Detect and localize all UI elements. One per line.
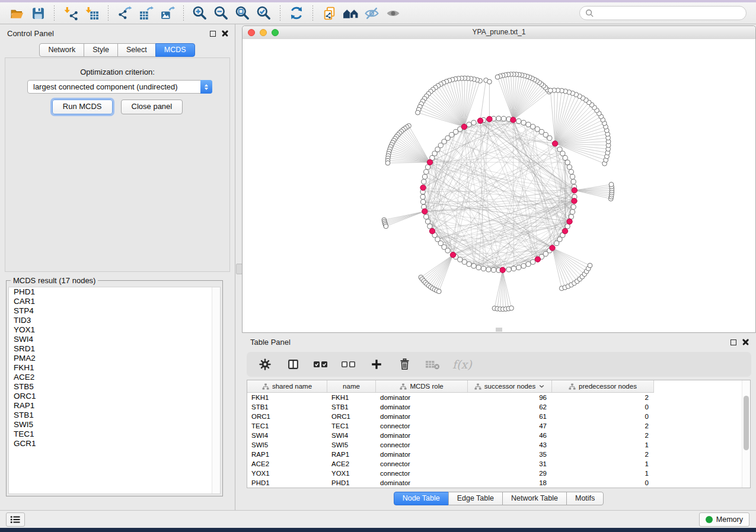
result-node[interactable]: PMA2	[9, 354, 220, 363]
table-panel-title: Table Panel	[250, 338, 291, 347]
deselect-all-button[interactable]	[341, 357, 356, 372]
node-table: shared namenameMCDS rolesuccessor nodesp…	[247, 380, 751, 488]
float-table-panel-icon[interactable]	[731, 339, 736, 345]
tab-style[interactable]: Style	[84, 43, 118, 57]
result-node[interactable]: TEC1	[9, 430, 220, 439]
first-neighbors-button[interactable]	[340, 4, 361, 22]
table-cell: FKH1	[327, 393, 376, 402]
result-list-scrollbar[interactable]	[212, 287, 220, 493]
function-builder-button[interactable]: f(x)	[452, 357, 472, 372]
delete-table-button[interactable]	[425, 357, 440, 372]
export-table-button[interactable]	[135, 4, 157, 22]
table-settings-button[interactable]	[257, 357, 273, 372]
copy-view-button[interactable]	[318, 4, 340, 22]
show-panels-button[interactable]	[6, 512, 25, 527]
close-panel-icon[interactable]	[222, 30, 228, 37]
result-node[interactable]: TID3	[9, 316, 220, 325]
network-graph[interactable]	[243, 39, 748, 332]
show-all-button[interactable]	[382, 4, 404, 22]
float-panel-icon[interactable]	[210, 31, 216, 37]
column-header[interactable]: predecessor nodes	[552, 380, 654, 392]
close-table-panel-icon[interactable]	[742, 339, 749, 345]
result-node[interactable]: SWI4	[9, 335, 220, 344]
table-row[interactable]: STB1STB1dominator620	[247, 402, 750, 412]
import-table-button[interactable]	[81, 4, 103, 22]
export-image-button[interactable]	[157, 4, 178, 22]
result-node[interactable]: SWI5	[9, 420, 220, 430]
zoom-in-button[interactable]	[189, 4, 210, 22]
column-header[interactable]: name	[327, 380, 376, 392]
window-close-icon[interactable]	[248, 29, 255, 36]
tab-select[interactable]: Select	[117, 43, 156, 57]
table-row[interactable]: PHD1PHD1dominator180	[247, 478, 750, 488]
optimization-criterion-select[interactable]: largest connected component (undirected)	[27, 80, 212, 94]
column-header[interactable]: successor nodes	[468, 380, 552, 392]
canvas-resize-handle[interactable]	[496, 328, 502, 332]
table-cell: ACE2	[327, 459, 376, 469]
result-node[interactable]: ACE2	[9, 373, 220, 382]
column-header[interactable]: shared name	[247, 380, 327, 392]
result-node[interactable]: FKH1	[9, 363, 220, 373]
table-row[interactable]: ACE2ACE2connector311	[247, 459, 750, 469]
tab-mcds[interactable]: MCDS	[155, 43, 195, 57]
mcds-result-list[interactable]: PHD1CAR1STP4TID3YOX1SWI4SRD1PMA2FKH1ACE2…	[8, 287, 221, 494]
memory-button[interactable]: Memory	[699, 512, 749, 527]
refresh-view-button[interactable]	[286, 4, 307, 22]
export-network-button[interactable]	[114, 4, 135, 22]
column-header[interactable]: MCDS role	[376, 380, 468, 392]
table-cell: connector	[376, 469, 468, 478]
table-row[interactable]: RAP1RAP1dominator352	[247, 450, 750, 459]
table-row[interactable]: ORC1ORC1dominator610	[247, 412, 750, 421]
select-all-button[interactable]	[313, 357, 328, 372]
table-scrollbar-thumb[interactable]	[744, 396, 749, 450]
add-column-button[interactable]	[369, 357, 384, 372]
tab-motifs[interactable]: Motifs	[566, 492, 604, 505]
close-panel-button[interactable]: Close panel	[121, 100, 183, 114]
search-box[interactable]	[579, 6, 747, 20]
result-node[interactable]: PHD1	[9, 287, 220, 297]
result-node[interactable]: STB1	[9, 411, 220, 420]
table-cell: STB1	[247, 402, 327, 412]
select-all-icon	[313, 358, 328, 370]
window-minimize-icon[interactable]	[260, 29, 267, 36]
table-cell: 0	[552, 402, 654, 412]
zoom-selected-button[interactable]	[253, 4, 275, 22]
tab-edge-table[interactable]: Edge Table	[448, 492, 503, 505]
table-scrollbar[interactable]	[742, 380, 750, 488]
column-view-button[interactable]	[285, 357, 301, 372]
save-session-button[interactable]	[27, 4, 49, 22]
network-canvas[interactable]	[243, 39, 755, 332]
table-row[interactable]: YOX1YOX1connector291	[247, 469, 750, 478]
search-icon	[585, 9, 594, 18]
zoom-fit-button[interactable]	[232, 4, 253, 22]
table-row[interactable]: FKH1FKH1dominator962	[247, 393, 750, 402]
export-image-icon	[160, 6, 175, 21]
table-cell: 29	[468, 469, 552, 478]
open-file-button[interactable]	[6, 4, 27, 22]
result-node[interactable]: CAR1	[9, 297, 220, 306]
delete-column-button[interactable]	[397, 357, 412, 372]
window-maximize-icon[interactable]	[272, 29, 279, 36]
memory-status-icon	[706, 516, 713, 523]
result-node[interactable]: GCR1	[9, 439, 220, 448]
table-row[interactable]: SWI5SWI5connector431	[247, 440, 750, 450]
result-node[interactable]: ORC1	[9, 392, 220, 401]
table-row[interactable]: TEC1TEC1connector472	[247, 421, 750, 431]
result-node[interactable]: RAP1	[9, 401, 220, 411]
zoom-out-button[interactable]	[210, 4, 232, 22]
table-cell: RAP1	[247, 450, 327, 459]
result-node[interactable]: STP4	[9, 306, 220, 316]
tab-network-table[interactable]: Network Table	[502, 492, 567, 505]
tab-network[interactable]: Network	[39, 43, 84, 57]
table-cell: 2	[552, 421, 654, 431]
result-node[interactable]: STB5	[9, 382, 220, 392]
hide-selected-button[interactable]	[361, 4, 382, 22]
result-node[interactable]: YOX1	[9, 325, 220, 335]
tab-node-table[interactable]: Node Table	[394, 492, 449, 505]
network-window-titlebar[interactable]: YPA_prune.txt_1	[243, 26, 755, 40]
import-network-button[interactable]	[60, 4, 81, 22]
run-mcds-button[interactable]: Run MCDS	[52, 100, 113, 114]
table-row[interactable]: SWI4SWI4dominator462	[247, 431, 750, 440]
result-node[interactable]: SRD1	[9, 344, 220, 354]
main-toolbar	[0, 2, 756, 24]
